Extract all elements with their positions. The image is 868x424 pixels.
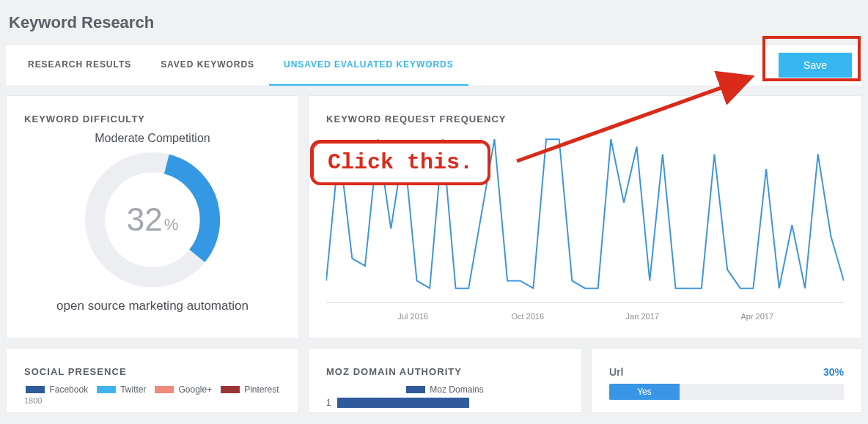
annotation-save-rect bbox=[762, 36, 861, 81]
difficulty-subtitle: Moderate Competition bbox=[24, 132, 281, 145]
legend-google: Google+ bbox=[155, 384, 212, 395]
legend-facebook: Facebook bbox=[26, 384, 88, 395]
url-label: Url bbox=[609, 366, 623, 378]
difficulty-donut-chart: 32% bbox=[81, 148, 224, 291]
panel-title-difficulty: KEYWORD DIFFICULTY bbox=[24, 114, 281, 124]
tab-unsaved-evaluated[interactable]: UNSAVED EVALUATED KEYWORDS bbox=[269, 45, 468, 86]
moz-bar bbox=[337, 398, 469, 408]
url-progress-bar: Yes bbox=[609, 384, 844, 400]
annotation-text: Click this. bbox=[328, 150, 473, 175]
freq-tick: Oct 2016 bbox=[471, 312, 586, 321]
legend-pinterest: Pinterest bbox=[221, 384, 279, 395]
panel-keyword-difficulty: KEYWORD DIFFICULTY Moderate Competition … bbox=[6, 95, 299, 339]
freq-tick: Jan 2017 bbox=[585, 312, 700, 321]
panel-title-moz: MOZ DOMAIN AUTHORITY bbox=[326, 366, 564, 377]
tabs-bar: RESEARCH RESULTS SAVED KEYWORDS UNSAVED … bbox=[6, 44, 862, 86]
moz-bar-label: 1 bbox=[326, 398, 331, 408]
social-legend: Facebook Twitter Google+ Pinterest bbox=[24, 384, 281, 395]
panel-title-frequency: KEYWORD REQUEST FREQUENCY bbox=[326, 114, 844, 124]
difficulty-percent: 32% bbox=[81, 148, 224, 291]
panel-title-social: SOCIAL PRESENCE bbox=[24, 366, 281, 377]
panel-social-presence: SOCIAL PRESENCE Facebook Twitter Google+… bbox=[6, 348, 299, 413]
url-percent: 30% bbox=[823, 366, 844, 378]
difficulty-percent-value: 32 bbox=[127, 201, 163, 238]
tab-saved-keywords[interactable]: SAVED KEYWORDS bbox=[146, 45, 269, 86]
social-y-tick: 1800 bbox=[24, 396, 281, 405]
legend-twitter: Twitter bbox=[97, 384, 146, 395]
percent-symbol: % bbox=[164, 215, 179, 234]
tab-research-results[interactable]: RESEARCH RESULTS bbox=[13, 45, 146, 86]
panel-moz: MOZ DOMAIN AUTHORITY Moz Domains 1 bbox=[308, 348, 582, 413]
moz-bar-row: 1 bbox=[326, 398, 564, 408]
frequency-x-ticks: Jul 2016 Oct 2016 Jan 2017 Apr 2017 bbox=[326, 312, 844, 321]
panel-url: Url 30% Yes bbox=[591, 348, 862, 413]
page-title: Keyword Research bbox=[0, 0, 868, 44]
legend-moz-domains: Moz Domains bbox=[406, 384, 483, 395]
annotation-callout: Click this. bbox=[310, 140, 490, 185]
difficulty-keyword: open source marketing automation bbox=[24, 299, 281, 313]
freq-tick: Jul 2016 bbox=[356, 312, 471, 321]
freq-tick: Apr 2017 bbox=[700, 312, 815, 321]
panel-frequency: KEYWORD REQUEST FREQUENCY Jul 2016 Oct 2… bbox=[308, 95, 862, 339]
moz-legend: Moz Domains bbox=[326, 384, 564, 395]
url-yes-label: Yes bbox=[637, 387, 652, 397]
